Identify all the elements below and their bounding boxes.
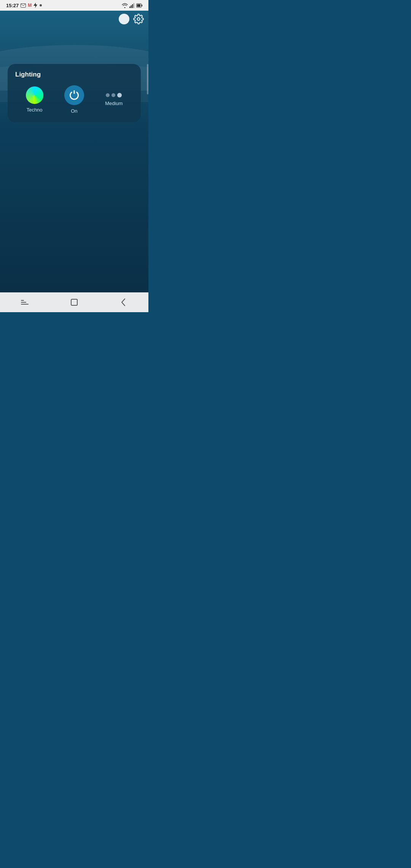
svg-rect-3 — [132, 4, 133, 8]
recent-apps-button[interactable] — [15, 295, 34, 310]
card-title: Lighting — [15, 71, 133, 78]
home-icon — [70, 298, 78, 306]
techno-label: Techno — [27, 107, 43, 113]
svg-rect-1 — [129, 6, 131, 8]
battery-icon — [136, 3, 142, 8]
settings-icon[interactable] — [133, 14, 144, 24]
power-icon — [69, 90, 80, 101]
power-control[interactable]: On — [64, 85, 84, 114]
background: Lighting Techno On — [0, 11, 148, 292]
status-bar: 15:27 M — [0, 0, 148, 11]
recent-icon — [21, 299, 29, 305]
back-icon — [121, 298, 126, 306]
svg-rect-6 — [142, 5, 142, 6]
svg-rect-12 — [71, 299, 77, 305]
power-button[interactable] — [64, 85, 84, 105]
email-icon — [21, 3, 26, 8]
wifi-icon — [122, 3, 128, 8]
techno-color-icon[interactable] — [26, 86, 43, 104]
scroll-hint — [147, 64, 148, 94]
home-button[interactable] — [65, 295, 84, 310]
card-controls: Techno On Medium — [15, 85, 133, 114]
signal-icon — [129, 3, 135, 8]
status-left: 15:27 M — [6, 3, 42, 8]
svg-rect-7 — [137, 4, 140, 7]
user-avatar[interactable] — [119, 14, 129, 24]
svg-point-8 — [137, 18, 140, 21]
dot-1 — [106, 93, 110, 97]
lighting-card: Lighting Techno On — [8, 64, 141, 122]
medium-control[interactable]: Medium — [105, 93, 123, 106]
medium-label: Medium — [105, 101, 123, 106]
notification-dot-icon — [40, 4, 42, 6]
dot-2 — [112, 93, 115, 97]
svg-rect-4 — [134, 3, 135, 8]
header-controls — [119, 14, 144, 24]
back-button[interactable] — [114, 295, 133, 310]
status-right-icons — [122, 3, 142, 8]
techno-control[interactable]: Techno — [26, 86, 43, 113]
power-label: On — [71, 108, 77, 114]
power-dot-icon — [33, 3, 38, 8]
gmail-icon: M — [28, 3, 32, 8]
nav-bar — [0, 292, 148, 312]
status-time: 15:27 — [6, 3, 19, 8]
dot-3 — [117, 93, 122, 97]
medium-dots-icon — [106, 93, 122, 97]
svg-rect-2 — [131, 5, 132, 8]
